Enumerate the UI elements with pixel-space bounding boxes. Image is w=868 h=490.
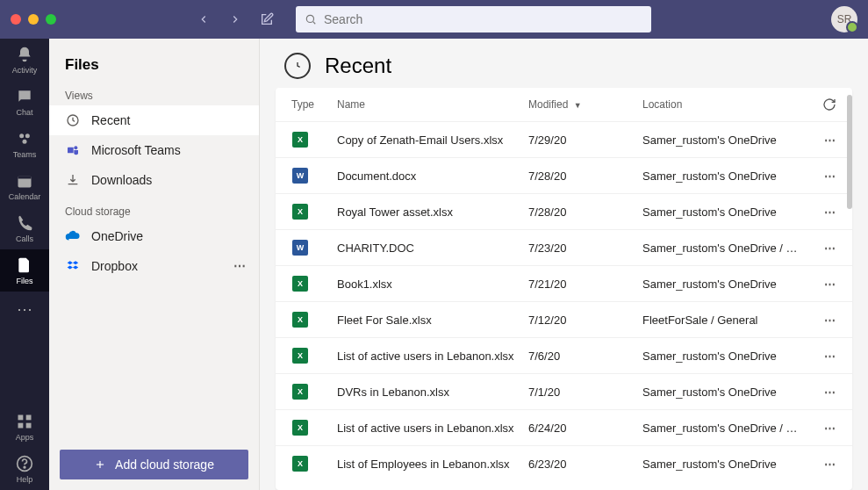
search-input[interactable] [317,12,642,26]
forward-button[interactable] [224,8,247,31]
table-row[interactable]: XList of active users in Lebanon.xlsx7/6… [276,337,852,373]
sidebar-title: Files [49,56,259,84]
row-more-options[interactable]: ⋯ [824,386,836,399]
file-name: Copy of Zenath-Email Users.xlsx [337,133,528,147]
row-more-options[interactable]: ⋯ [824,133,836,147]
maximize-window-button[interactable] [46,14,56,25]
more-options-icon[interactable]: ⋯ [233,259,247,273]
file-modified: 6/24/20 [528,422,642,435]
table-row[interactable]: XCopy of Zenath-Email Users.xlsx7/29/20S… [276,121,852,157]
search-box[interactable] [296,6,651,32]
sidebar-item-downloads[interactable]: Downloads⋯ [49,165,259,195]
table-row[interactable]: XDVRs in Lebanon.xlsx7/1/20Samer_rustom'… [276,373,852,409]
row-more-options[interactable]: ⋯ [824,349,836,363]
rail-apps[interactable]: Apps [0,406,49,448]
table-row[interactable]: XList of Employees in Lebanon.xlsx6/23/2… [276,445,852,481]
row-more-options[interactable]: ⋯ [824,422,836,435]
activity-icon [15,45,34,64]
rail-files[interactable]: Files [0,249,49,292]
row-more-options[interactable]: ⋯ [824,169,836,183]
svg-point-0 [306,15,313,22]
sidebar-item-dropbox[interactable]: Dropbox⋯ [49,251,259,281]
table-header: Type Name Modified ▼ Location [276,88,852,121]
rail-teams[interactable]: Teams [0,123,49,165]
sidebar-section-views: Views [49,84,259,105]
row-more-options[interactable]: ⋯ [824,313,836,327]
file-name: List of Employees in Lebanon.xlsx [337,458,528,471]
search-icon [305,13,317,25]
dropbox-icon [65,258,81,274]
col-modified[interactable]: Modified ▼ [528,98,642,111]
scrollbar[interactable] [847,95,852,209]
file-location: Samer_rustom's OneDrive / … [642,422,836,435]
file-type-icon: X [291,347,309,364]
rail-more[interactable]: ⋯ [0,292,49,327]
window-controls [11,14,56,25]
file-modified: 7/23/20 [528,241,642,255]
file-name: DVRs in Lebanon.xlsx [337,386,528,399]
calls-icon [15,213,34,233]
add-cloud-storage-label: Add cloud storage [115,458,214,472]
rail-calls[interactable]: Calls [0,207,49,249]
rail-calendar[interactable]: Calendar [0,165,49,207]
avatar[interactable]: SR [831,6,857,32]
row-more-options[interactable]: ⋯ [824,458,836,471]
rail-label: Files [16,277,32,285]
main-content: Recent Type Name Modified ▼ Location XCo… [260,39,868,490]
file-type-icon: X [291,131,309,148]
svg-point-15 [74,146,77,149]
sidebar-item-label: Downloads [91,173,152,187]
file-modified: 7/28/20 [528,169,642,183]
file-modified: 7/12/20 [528,313,642,327]
row-more-options[interactable]: ⋯ [824,277,836,291]
col-name[interactable]: Name [337,98,528,111]
table-row[interactable]: WCHARITY.DOC7/23/20Samer_rustom's OneDri… [276,229,852,265]
table-row[interactable]: XRoyal Tower asset.xlsx7/28/20Samer_rust… [276,193,852,229]
file-type-icon: W [291,167,309,184]
main-header: Recent [260,39,868,88]
downloads-icon [65,172,81,188]
add-cloud-storage-button[interactable]: Add cloud storage [60,450,248,479]
titlebar: SR [0,0,868,39]
sidebar-item-msteams[interactable]: Microsoft Teams⋯ [49,135,259,165]
svg-rect-14 [68,148,74,154]
file-type-icon: X [291,275,309,292]
row-more-options[interactable]: ⋯ [824,241,836,255]
col-location[interactable]: Location [642,98,836,111]
file-location: Samer_rustom's OneDrive [642,205,836,219]
svg-point-3 [25,133,30,138]
sidebar-item-label: OneDrive [91,229,143,243]
close-window-button[interactable] [11,14,21,25]
svg-rect-10 [26,423,32,429]
refresh-button[interactable] [822,97,836,112]
files-icon [15,256,34,275]
compose-button[interactable] [255,8,278,31]
rail-label: Activity [12,66,38,75]
rail-label: Apps [16,433,34,442]
table-row[interactable]: XList of active users in Lebanon.xlsx6/2… [276,409,852,445]
rail-help[interactable]: Help [0,448,49,490]
calendar-icon [15,171,34,191]
col-type[interactable]: Type [291,98,337,111]
rail-activity[interactable]: Activity [0,39,49,81]
table-row[interactable]: XBook1.xlsx7/21/20Samer_rustom's OneDriv… [276,265,852,301]
table-row[interactable]: XFleet For Sale.xlsx7/12/20FleetForSale … [276,301,852,337]
file-location: Samer_rustom's OneDrive / … [642,241,836,255]
file-modified: 6/23/20 [528,458,642,471]
sidebar: Files Views Recent⋯Microsoft Teams⋯Downl… [49,39,260,490]
file-modified: 7/21/20 [528,277,642,291]
sidebar-item-recent[interactable]: Recent⋯ [49,105,259,135]
rail-label: Chat [16,108,32,117]
nav-buttons [192,8,278,31]
row-more-options[interactable]: ⋯ [824,205,836,219]
minimize-window-button[interactable] [28,14,39,25]
recent-icon [284,53,311,79]
file-name: CHARITY.DOC [337,241,528,255]
recent-icon [65,112,81,128]
back-button[interactable] [192,8,215,31]
file-location: Samer_rustom's OneDrive [642,169,836,183]
rail-chat[interactable]: Chat [0,81,49,123]
sidebar-item-onedrive[interactable]: OneDrive⋯ [49,221,259,251]
table-row[interactable]: WDocument.docx7/28/20Samer_rustom's OneD… [276,157,852,193]
file-modified: 7/28/20 [528,205,642,219]
